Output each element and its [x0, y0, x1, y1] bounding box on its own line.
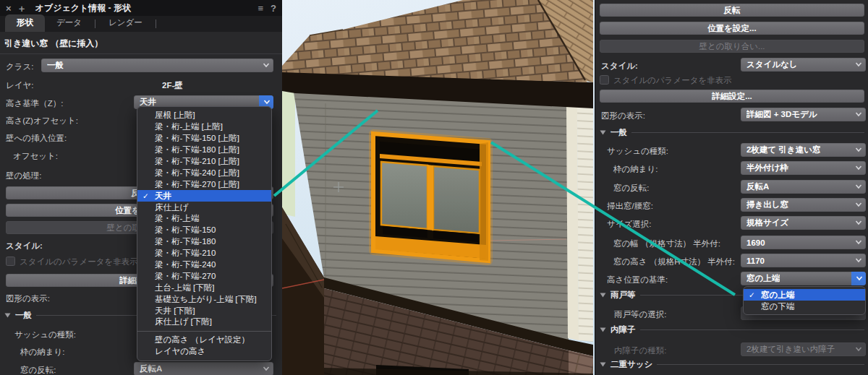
menu-item[interactable]: 床仕上げ [下階] [137, 316, 271, 328]
window-right-jamb [480, 142, 488, 261]
height-reference-label: 高さ基準（Z）: [6, 98, 64, 109]
menu-item[interactable]: レイヤの高さ [137, 346, 271, 358]
3d-scene [282, 0, 595, 375]
chevron-down-icon [856, 275, 863, 281]
menu-item[interactable]: 梁・桁-下端-240 [137, 259, 271, 271]
menu-item[interactable]: 窓の下端 [744, 301, 865, 312]
menu-item[interactable]: 梁・桁-下端-150 [137, 225, 271, 236]
wall-join-button[interactable]: 壁との取り合い... [600, 40, 864, 53]
graphic-display-label: 図形の表示: [6, 293, 50, 304]
section-general[interactable]: 一般 [600, 127, 864, 138]
window-glass-right [433, 166, 480, 233]
graphic-display-dropdown[interactable]: 詳細図 + 3Dモデル [741, 108, 866, 121]
graphic-display-label: 図形の表示: [601, 111, 645, 121]
selected-window-object[interactable] [373, 134, 488, 261]
flip-button[interactable]: 反転 [600, 4, 864, 17]
menu-item[interactable]: 梁・桁-上端 [137, 213, 271, 225]
chevron-down-icon [855, 61, 862, 67]
sash-type-dropdown[interactable]: 2枚建て 引き違い窓 [741, 143, 866, 157]
wall-treatment-label: 壁の処理: [6, 171, 41, 181]
right-wall-face [577, 105, 593, 342]
class-dropdown[interactable]: 一般 [41, 59, 273, 72]
frame-fit-label: 枠の納まり: [20, 347, 65, 358]
height-position-ref-label: 高さ位置の基準: [607, 275, 668, 285]
style-label: スタイル: [6, 241, 43, 251]
height-reference-menu: 屋根 [上階] 梁・桁-上端 [上階] 梁・桁-下端-150 [上階] 梁・桁-… [137, 106, 272, 361]
tab-divider [95, 20, 95, 28]
tab-data[interactable]: データ [45, 14, 93, 32]
object-info-panel-right: 反転 位置を設定... 壁との取り合い... スタイル: スタイルなし スタイル… [595, 0, 868, 375]
menu-item-selected[interactable]: ✓ 窓の上端 [744, 289, 865, 301]
floor-window-dropdown[interactable]: 掃き出し窓 [741, 198, 866, 212]
hide-style-params-label: スタイルのパラメータを非表示 [20, 257, 138, 267]
checkmark-icon: ✓ [141, 191, 155, 200]
window-flip-label: 窓の反転: [20, 365, 56, 375]
chevron-down-icon [855, 165, 862, 171]
menu-item[interactable]: 屋根 [上階] [137, 110, 271, 121]
menu-item[interactable]: 梁・桁-下端-270 [137, 270, 271, 282]
menu-item[interactable]: 梁・桁-上端 [上階] [137, 121, 271, 133]
menu-item[interactable]: 基礎立ち上がり-上端 [下階] [137, 293, 271, 305]
object-type-heading: 引き違い窓 （壁に挿入） [4, 38, 103, 50]
window-glass-left [381, 162, 427, 229]
menu-item[interactable]: 梁・桁-下端-210 [上階] [137, 156, 271, 168]
disclosure-triangle-icon [4, 313, 11, 318]
menu-item-selected[interactable]: ✓天井 [137, 190, 271, 202]
menu-item[interactable]: 梁・桁-下端-270 [上階] [137, 178, 271, 190]
chevron-down-icon [855, 111, 862, 117]
style-dropdown[interactable]: スタイルなし [741, 58, 866, 72]
window-width-dropdown[interactable]: 1690 [741, 236, 866, 249]
window-width-label: 窓の幅 （規格寸法） 半外付: [613, 238, 720, 249]
menu-item[interactable]: 梁・桁-下端-210 [137, 248, 271, 259]
menu-item[interactable]: 梁・桁-下端-240 [上階] [137, 167, 271, 178]
layer-label: レイヤ: [6, 80, 34, 91]
add-icon[interactable]: ＋ [17, 4, 27, 13]
inner-shoji-type-dropdown[interactable]: 2枚建て引き違い内障子 [741, 342, 866, 356]
frame-fit-dropdown[interactable]: 半外付け枠 [741, 161, 866, 175]
section-double-sash[interactable]: 二重サッシ [600, 359, 864, 370]
window-height-label: 窓の高さ （規格H寸法） 半外付: [613, 257, 735, 267]
z-offset-label: 高さ(Z)オフセット: [6, 116, 78, 126]
wall-insert-position-label: 壁への挿入位置: [6, 133, 67, 144]
window-flip-dropdown[interactable]: 反転A [134, 362, 273, 375]
height-position-ref-dropdown[interactable]: 窓の上端 [741, 272, 866, 285]
set-position-button[interactable]: 位置を設定... [600, 22, 864, 35]
chevron-down-icon [855, 202, 862, 207]
close-icon[interactable]: × [6, 4, 12, 13]
advanced-settings-button[interactable]: 詳細設定... [600, 90, 864, 103]
chevron-down-icon [855, 220, 862, 225]
tab-render[interactable]: レンダー [97, 14, 154, 32]
tab-shape[interactable]: 形状 [5, 14, 45, 32]
sash-type-label: サッシュの種類: [607, 146, 668, 157]
palette-menu-icon[interactable]: ≡ [258, 4, 263, 13]
disclosure-triangle-icon [600, 130, 606, 135]
chevron-down-icon [855, 184, 862, 189]
class-label: クラス: [6, 61, 34, 72]
menu-item[interactable]: 壁の高さ （レイヤ設定） [137, 335, 271, 346]
menu-item[interactable]: 梁・桁-下端-150 [上階] [137, 133, 271, 145]
palette-titlebar: × ＋ オブジェクト情報 - 形状 ≡ ? [0, 0, 282, 16]
help-icon[interactable]: ? [271, 4, 276, 13]
menu-item[interactable]: 床仕上げ [137, 202, 271, 213]
window-height-dropdown[interactable]: 1170 [741, 254, 866, 267]
hide-style-params-checkbox[interactable] [6, 257, 15, 266]
floor-window-label: 掃出窓/腰窓: [607, 201, 653, 212]
menu-item[interactable]: 梁・桁-下端-180 [上階] [137, 145, 271, 156]
style-label: スタイル: [601, 61, 638, 72]
checkmark-icon: ✓ [747, 290, 761, 299]
menu-separator [137, 331, 271, 332]
menu-item[interactable]: 土台-上端 [下階] [137, 282, 271, 293]
disclosure-triangle-icon [600, 293, 606, 298]
3d-viewport[interactable] [282, 0, 595, 375]
hide-style-params-checkbox[interactable] [600, 75, 609, 85]
chevron-down-icon [855, 346, 862, 352]
size-select-dropdown[interactable]: 規格サイズ [741, 216, 866, 230]
corner-trim [566, 104, 579, 340]
sash-type-label: サッシュの種類: [14, 329, 76, 340]
window-flip-dropdown[interactable]: 反転A [741, 180, 866, 194]
app-window: × ＋ オブジェクト情報 - 形状 ≡ ? 形状 データ レンダー 引き違い窓 … [0, 0, 868, 375]
menu-item[interactable]: 梁・桁-下端-180 [137, 236, 271, 248]
section-inner-shoji[interactable]: 内障子 [600, 324, 864, 335]
menu-item[interactable]: 天井 [下階] [137, 305, 271, 316]
inner-shoji-type-label: 内障子の種類: [614, 345, 666, 356]
